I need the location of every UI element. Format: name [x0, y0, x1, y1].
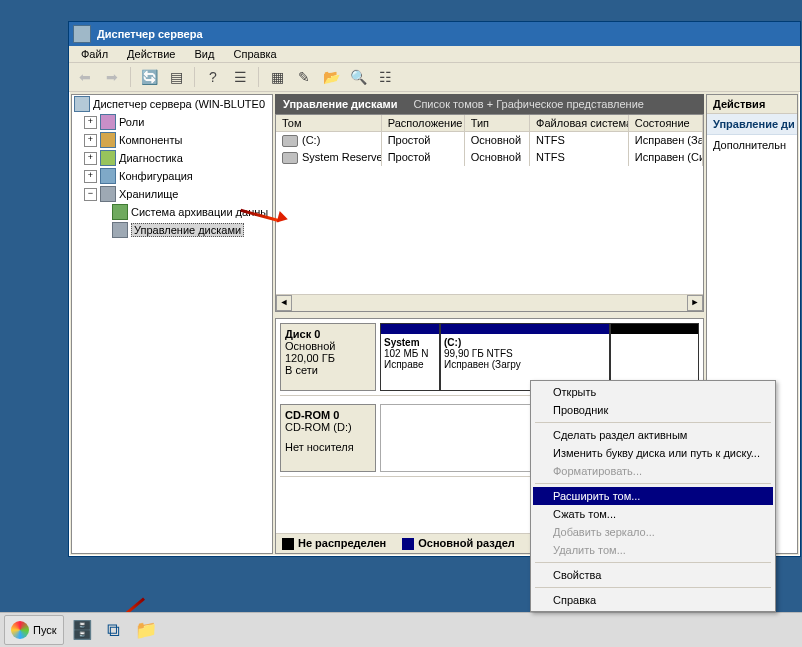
cm-add-mirror: Добавить зеркало... [533, 523, 773, 541]
cm-delete: Удалить том... [533, 541, 773, 559]
cm-open[interactable]: Открыть [533, 383, 773, 401]
menu-action[interactable]: Действие [119, 46, 183, 62]
start-label: Пуск [33, 624, 57, 636]
diagnostics-icon [100, 150, 116, 166]
task-powershell-icon[interactable]: ⧉ [100, 616, 128, 644]
taskbar[interactable]: Пуск 🗄️ ⧉ 📁 [0, 612, 802, 647]
scroll-left-icon[interactable]: ◄ [276, 295, 292, 311]
server-icon [74, 96, 90, 112]
actions-header: Действия [707, 95, 797, 114]
col-layout[interactable]: Расположение [382, 115, 465, 131]
task-server-manager-icon[interactable]: 🗄️ [68, 616, 96, 644]
col-fs[interactable]: Файловая система [530, 115, 629, 131]
table-row[interactable]: System Reserved Простой Основной NTFS Ис… [276, 149, 703, 166]
expand-icon[interactable]: + [84, 116, 97, 129]
components-icon [100, 132, 116, 148]
archive-icon [112, 204, 128, 220]
context-menu[interactable]: Открыть Проводник Сделать раздел активны… [530, 380, 776, 612]
cm-shrink[interactable]: Сжать том... [533, 505, 773, 523]
menu-file[interactable]: Файл [73, 46, 116, 62]
cm-help[interactable]: Справка [533, 591, 773, 609]
col-volume[interactable]: Том [276, 115, 382, 131]
cm-explorer[interactable]: Проводник [533, 401, 773, 419]
disk-icon [112, 222, 128, 238]
tool-1[interactable]: ▦ [265, 65, 289, 89]
titlebar[interactable]: Диспетчер сервера [69, 22, 800, 46]
expand-icon[interactable]: + [84, 152, 97, 165]
tool-3[interactable]: 📂 [319, 65, 343, 89]
volume-icon [282, 152, 298, 164]
expand-icon[interactable]: + [84, 134, 97, 147]
content-header: Управление дисками Список томов + Графич… [275, 94, 704, 114]
properties-button[interactable]: ▤ [164, 65, 188, 89]
actions-subheader: Управление ди [707, 114, 797, 135]
tree-config[interactable]: + Конфигурация [72, 167, 272, 185]
tool-2[interactable]: ✎ [292, 65, 316, 89]
tree-storage[interactable]: − Хранилище [72, 185, 272, 203]
cdrom-info[interactable]: CD-ROM 0 CD-ROM (D:) Нет носителя [280, 404, 376, 472]
task-explorer-icon[interactable]: 📁 [132, 616, 160, 644]
toolbar: ⬅ ➡ 🔄 ▤ ? ☰ ▦ ✎ 📂 🔍 ☷ [69, 63, 800, 92]
expand-icon[interactable]: + [84, 170, 97, 183]
tree-roles[interactable]: + Роли [72, 113, 272, 131]
tree-root[interactable]: Диспетчер сервера (WIN-BLUTE0 [72, 95, 272, 113]
windows-logo-icon [11, 621, 29, 639]
disk-info[interactable]: Диск 0 Основной 120,00 ГБ В сети [280, 323, 376, 391]
forward-button: ➡ [100, 65, 124, 89]
cm-change-letter[interactable]: Изменить букву диска или путь к диску... [533, 444, 773, 462]
tree-components[interactable]: + Компоненты [72, 131, 272, 149]
list-button[interactable]: ☰ [228, 65, 252, 89]
col-state[interactable]: Состояние [629, 115, 703, 131]
back-button: ⬅ [73, 65, 97, 89]
tree-diskmgmt[interactable]: Управление дисками [72, 221, 272, 239]
refresh-button[interactable]: 🔄 [137, 65, 161, 89]
help-button[interactable]: ? [201, 65, 225, 89]
roles-icon [100, 114, 116, 130]
storage-icon [100, 186, 116, 202]
tree-pane[interactable]: Диспетчер сервера (WIN-BLUTE0 + Роли + К… [71, 94, 273, 554]
window-title: Диспетчер сервера [97, 28, 203, 40]
content-title: Управление дисками [283, 98, 397, 110]
tool-5[interactable]: ☷ [373, 65, 397, 89]
cm-properties[interactable]: Свойства [533, 566, 773, 584]
menu-view[interactable]: Вид [187, 46, 223, 62]
volume-columns[interactable]: Том Расположение Тип Файловая система Со… [276, 115, 703, 132]
menubar: Файл Действие Вид Справка [69, 46, 800, 63]
cm-format: Форматировать... [533, 462, 773, 480]
collapse-icon[interactable]: − [84, 188, 97, 201]
tool-4[interactable]: 🔍 [346, 65, 370, 89]
scroll-right-icon[interactable]: ► [687, 295, 703, 311]
table-row[interactable]: (C:) Простой Основной NTFS Исправен (За [276, 132, 703, 149]
cm-extend[interactable]: Расширить том... [533, 487, 773, 505]
cm-make-active[interactable]: Сделать раздел активным [533, 426, 773, 444]
col-type[interactable]: Тип [465, 115, 530, 131]
h-scrollbar[interactable]: ◄ ► [276, 294, 703, 311]
partition-system[interactable]: System 102 МБ N Исправе [380, 323, 440, 391]
start-button[interactable]: Пуск [4, 615, 64, 645]
config-icon [100, 168, 116, 184]
volume-icon [282, 135, 298, 147]
tree-diagnostics[interactable]: + Диагностика [72, 149, 272, 167]
volume-list[interactable]: Том Расположение Тип Файловая система Со… [275, 114, 704, 312]
content-subtitle: Список томов + Графическое представление [413, 98, 643, 110]
actions-more-link[interactable]: Дополнительн [707, 135, 797, 155]
menu-help[interactable]: Справка [226, 46, 285, 62]
server-icon [73, 25, 91, 43]
